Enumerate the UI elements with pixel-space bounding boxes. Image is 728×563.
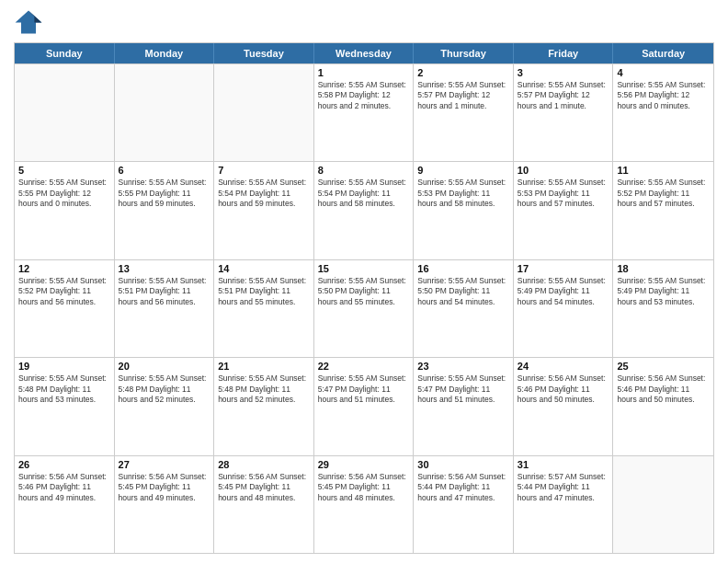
cell-info: Sunrise: 5:55 AM Sunset: 5:49 PM Dayligh…: [518, 276, 609, 307]
weekday-header: Sunday: [15, 43, 115, 63]
calendar-cell: 2Sunrise: 5:55 AM Sunset: 5:57 PM Daylig…: [414, 64, 514, 161]
calendar-row: 5Sunrise: 5:55 AM Sunset: 5:55 PM Daylig…: [15, 161, 713, 259]
calendar-cell: 10Sunrise: 5:55 AM Sunset: 5:53 PM Dayli…: [514, 162, 614, 259]
weekday-header: Monday: [115, 43, 215, 63]
cell-info: Sunrise: 5:55 AM Sunset: 5:50 PM Dayligh…: [318, 276, 410, 307]
calendar-cell: 1Sunrise: 5:55 AM Sunset: 5:58 PM Daylig…: [314, 64, 415, 161]
cell-day-number: 29: [318, 459, 410, 470]
weekday-header: Thursday: [414, 43, 514, 63]
calendar-cell: 13Sunrise: 5:55 AM Sunset: 5:51 PM Dayli…: [115, 260, 215, 357]
cell-day-number: 8: [318, 165, 410, 176]
cell-day-number: 7: [218, 165, 310, 176]
weekday-header: Friday: [514, 43, 614, 63]
cell-info: Sunrise: 5:55 AM Sunset: 5:47 PM Dayligh…: [417, 373, 509, 405]
cell-info: Sunrise: 5:55 AM Sunset: 5:55 PM Dayligh…: [18, 178, 110, 209]
cell-info: Sunrise: 5:55 AM Sunset: 5:52 PM Dayligh…: [18, 276, 110, 307]
cell-info: Sunrise: 5:55 AM Sunset: 5:53 PM Dayligh…: [417, 178, 509, 209]
calendar-row: 19Sunrise: 5:55 AM Sunset: 5:48 PM Dayli…: [15, 357, 713, 454]
calendar-cell: 20Sunrise: 5:55 AM Sunset: 5:48 PM Dayli…: [115, 358, 215, 454]
calendar-header: SundayMondayTuesdayWednesdayThursdayFrid…: [15, 43, 713, 63]
cell-info: Sunrise: 5:56 AM Sunset: 5:46 PM Dayligh…: [518, 373, 609, 405]
cell-info: Sunrise: 5:56 AM Sunset: 5:45 PM Dayligh…: [218, 472, 310, 503]
cell-info: Sunrise: 5:55 AM Sunset: 5:54 PM Dayligh…: [218, 178, 310, 209]
cell-day-number: 23: [417, 361, 509, 372]
calendar-cell: [115, 64, 215, 161]
weekday-header: Tuesday: [214, 43, 314, 63]
calendar-cell: 4Sunrise: 5:55 AM Sunset: 5:56 PM Daylig…: [613, 64, 713, 161]
cell-info: Sunrise: 5:55 AM Sunset: 5:55 PM Dayligh…: [119, 178, 210, 209]
cell-day-number: 13: [119, 263, 210, 274]
calendar-row: 26Sunrise: 5:56 AM Sunset: 5:46 PM Dayli…: [15, 455, 713, 553]
calendar-cell: 14Sunrise: 5:55 AM Sunset: 5:51 PM Dayli…: [214, 260, 314, 357]
calendar-cell: 12Sunrise: 5:55 AM Sunset: 5:52 PM Dayli…: [15, 260, 115, 357]
cell-day-number: 26: [18, 459, 110, 470]
calendar-row: 12Sunrise: 5:55 AM Sunset: 5:52 PM Dayli…: [15, 259, 713, 357]
cell-day-number: 22: [318, 361, 410, 372]
calendar-cell: 29Sunrise: 5:56 AM Sunset: 5:45 PM Dayli…: [314, 456, 415, 553]
calendar-cell: 8Sunrise: 5:55 AM Sunset: 5:54 PM Daylig…: [314, 162, 415, 259]
weekday-header: Saturday: [613, 43, 713, 63]
cell-info: Sunrise: 5:55 AM Sunset: 5:48 PM Dayligh…: [18, 373, 110, 405]
calendar-cell: 18Sunrise: 5:55 AM Sunset: 5:49 PM Dayli…: [613, 260, 713, 357]
cell-day-number: 2: [417, 67, 509, 78]
calendar-cell: 24Sunrise: 5:56 AM Sunset: 5:46 PM Dayli…: [514, 358, 614, 454]
cell-day-number: 24: [518, 361, 609, 372]
cell-day-number: 30: [417, 459, 509, 470]
cell-info: Sunrise: 5:55 AM Sunset: 5:56 PM Dayligh…: [617, 80, 710, 111]
calendar-cell: 27Sunrise: 5:56 AM Sunset: 5:45 PM Dayli…: [115, 456, 215, 553]
logo-icon: [14, 9, 43, 35]
cell-info: Sunrise: 5:55 AM Sunset: 5:53 PM Dayligh…: [518, 178, 609, 209]
cell-info: Sunrise: 5:55 AM Sunset: 5:51 PM Dayligh…: [119, 276, 210, 307]
calendar-cell: 23Sunrise: 5:55 AM Sunset: 5:47 PM Dayli…: [414, 358, 514, 454]
cell-day-number: 15: [318, 263, 410, 274]
calendar-cell: 11Sunrise: 5:55 AM Sunset: 5:52 PM Dayli…: [613, 162, 713, 259]
cell-info: Sunrise: 5:56 AM Sunset: 5:46 PM Dayligh…: [617, 373, 710, 405]
calendar-cell: 21Sunrise: 5:55 AM Sunset: 5:48 PM Dayli…: [214, 358, 314, 454]
calendar-cell: 22Sunrise: 5:55 AM Sunset: 5:47 PM Dayli…: [314, 358, 415, 454]
weekday-header: Wednesday: [314, 43, 415, 63]
calendar-cell: 3Sunrise: 5:55 AM Sunset: 5:57 PM Daylig…: [514, 64, 614, 161]
calendar-cell: 16Sunrise: 5:55 AM Sunset: 5:50 PM Dayli…: [414, 260, 514, 357]
cell-day-number: 21: [218, 361, 310, 372]
calendar-cell: 6Sunrise: 5:55 AM Sunset: 5:55 PM Daylig…: [115, 162, 215, 259]
cell-info: Sunrise: 5:55 AM Sunset: 5:54 PM Dayligh…: [318, 178, 410, 209]
cell-info: Sunrise: 5:55 AM Sunset: 5:48 PM Dayligh…: [119, 373, 210, 405]
cell-info: Sunrise: 5:55 AM Sunset: 5:52 PM Dayligh…: [617, 178, 710, 209]
cell-day-number: 4: [617, 67, 710, 78]
calendar-cell: [15, 64, 115, 161]
cell-day-number: 3: [518, 67, 609, 78]
calendar-cell: 25Sunrise: 5:56 AM Sunset: 5:46 PM Dayli…: [613, 358, 713, 454]
cell-day-number: 10: [518, 165, 609, 176]
calendar: SundayMondayTuesdayWednesdayThursdayFrid…: [14, 42, 714, 554]
cell-day-number: 16: [417, 263, 509, 274]
calendar-cell: 19Sunrise: 5:55 AM Sunset: 5:48 PM Dayli…: [15, 358, 115, 454]
cell-info: Sunrise: 5:55 AM Sunset: 5:47 PM Dayligh…: [318, 373, 410, 405]
cell-info: Sunrise: 5:55 AM Sunset: 5:48 PM Dayligh…: [218, 373, 310, 405]
cell-day-number: 17: [518, 263, 609, 274]
calendar-cell: [214, 64, 314, 161]
calendar-cell: 9Sunrise: 5:55 AM Sunset: 5:53 PM Daylig…: [414, 162, 514, 259]
cell-info: Sunrise: 5:56 AM Sunset: 5:44 PM Dayligh…: [417, 472, 509, 503]
calendar-cell: 31Sunrise: 5:57 AM Sunset: 5:44 PM Dayli…: [514, 456, 614, 553]
cell-day-number: 28: [218, 459, 310, 470]
cell-day-number: 27: [119, 459, 210, 470]
calendar-row: 1Sunrise: 5:55 AM Sunset: 5:58 PM Daylig…: [15, 63, 713, 161]
calendar-cell: 30Sunrise: 5:56 AM Sunset: 5:44 PM Dayli…: [414, 456, 514, 553]
page: SundayMondayTuesdayWednesdayThursdayFrid…: [0, 0, 728, 563]
cell-day-number: 12: [18, 263, 110, 274]
cell-info: Sunrise: 5:55 AM Sunset: 5:57 PM Dayligh…: [518, 80, 609, 111]
calendar-cell: 28Sunrise: 5:56 AM Sunset: 5:45 PM Dayli…: [214, 456, 314, 553]
cell-day-number: 14: [218, 263, 310, 274]
cell-day-number: 25: [617, 361, 710, 372]
cell-day-number: 19: [18, 361, 110, 372]
calendar-cell: 15Sunrise: 5:55 AM Sunset: 5:50 PM Dayli…: [314, 260, 415, 357]
calendar-cell: 26Sunrise: 5:56 AM Sunset: 5:46 PM Dayli…: [15, 456, 115, 553]
cell-info: Sunrise: 5:55 AM Sunset: 5:57 PM Dayligh…: [417, 80, 509, 111]
cell-day-number: 18: [617, 263, 710, 274]
cell-info: Sunrise: 5:55 AM Sunset: 5:49 PM Dayligh…: [617, 276, 710, 307]
cell-day-number: 9: [417, 165, 509, 176]
cell-day-number: 20: [119, 361, 210, 372]
calendar-cell: 7Sunrise: 5:55 AM Sunset: 5:54 PM Daylig…: [214, 162, 314, 259]
calendar-cell: [613, 456, 713, 553]
cell-info: Sunrise: 5:57 AM Sunset: 5:44 PM Dayligh…: [518, 472, 609, 503]
